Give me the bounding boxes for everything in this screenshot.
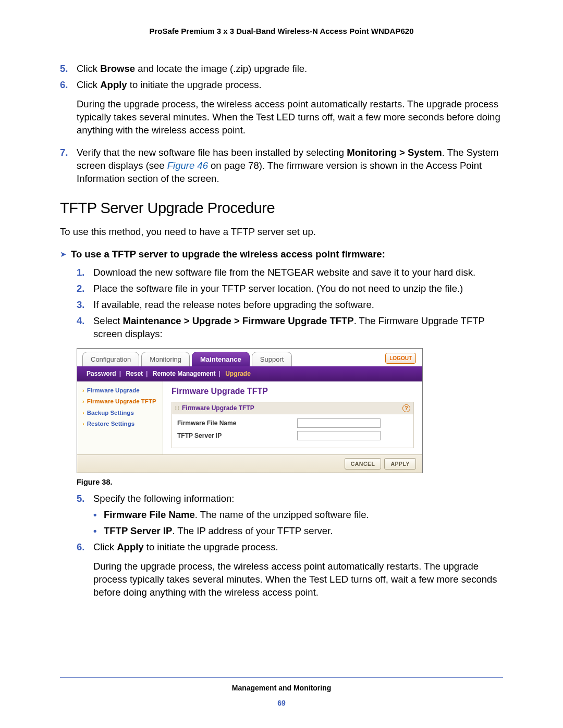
step-number: 3. [77, 299, 93, 312]
footer-section: Management and Monitoring [60, 683, 503, 693]
step-6: Click Apply to initiate the upgrade proc… [77, 79, 503, 143]
step-b1: Download the new software file from the … [93, 266, 503, 279]
step-number: 1. [77, 266, 93, 279]
step-b5: Specify the following information: [93, 492, 503, 505]
page-number: 69 [277, 699, 286, 707]
subnav-remote-management[interactable]: Remote Management [153, 370, 216, 377]
page-footer: Management and Monitoring 69 [60, 677, 503, 709]
step-7: Verify that the new software file has be… [77, 146, 503, 186]
sub-nav: Password| Reset| Remote Management| Upgr… [77, 366, 422, 381]
sidebar-item-restore-settings[interactable]: ›Restore Settings [82, 420, 157, 428]
tab-configuration[interactable]: Configuration [82, 352, 139, 367]
figure-caption: Figure 38. [77, 477, 503, 488]
bullet-icon: • [93, 509, 104, 522]
bullet-icon: • [93, 525, 104, 538]
step-number: 5. [60, 63, 77, 76]
step-number: 6. [60, 79, 77, 143]
sidebar: ›Firmware Upgrade ›Firmware Upgrade TFTP… [77, 381, 163, 454]
apply-button[interactable]: APPLY [384, 458, 416, 470]
chevron-right-icon: › [82, 398, 84, 405]
chevron-right-icon: › [82, 387, 84, 394]
cancel-button[interactable]: CANCEL [345, 458, 382, 470]
lead-text: To use this method, you need to have a T… [60, 226, 503, 239]
pane-header: ∷ Firmware Upgrade TFTP ? [172, 402, 414, 414]
step-b4: Select Maintenance > Upgrade > Firmware … [93, 315, 503, 341]
tftp-server-ip-input[interactable] [297, 431, 381, 440]
firmware-file-name-input[interactable] [297, 418, 381, 428]
triangle-icon: ➤ [60, 249, 67, 260]
tab-maintenance[interactable]: Maintenance [192, 352, 250, 367]
step-b2: Place the software file in your TFTP ser… [93, 282, 503, 295]
logout-button[interactable]: LOGOUT [385, 353, 416, 364]
step-5: Click Browse and locate the image (.zip)… [77, 63, 503, 76]
content-title: Firmware Upgrade TFTP [172, 386, 414, 397]
step-number: 4. [77, 315, 93, 341]
subnav-upgrade[interactable]: Upgrade [225, 370, 251, 377]
tab-monitoring[interactable]: Monitoring [141, 352, 190, 367]
help-icon[interactable]: ? [402, 404, 410, 412]
sidebar-item-firmware-upgrade[interactable]: ›Firmware Upgrade [82, 387, 157, 395]
chevron-right-icon: › [82, 420, 84, 428]
label-firmware-file-name: Firmware File Name [177, 419, 297, 427]
figure-38-screenshot: Configuration Monitoring Maintenance Sup… [77, 348, 503, 473]
label-tftp-server-ip: TFTP Server IP [177, 431, 297, 440]
chevron-right-icon: › [82, 409, 84, 417]
task-heading: ➤ To use a TFTP server to upgrade the wi… [60, 248, 503, 261]
grip-icon: ∷ [175, 404, 179, 412]
step-number: 6. [77, 541, 93, 606]
bullet-tftp-server-ip: • TFTP Server IP. The IP address of your… [77, 525, 503, 538]
sidebar-item-firmware-upgrade-tftp[interactable]: ›Firmware Upgrade TFTP [82, 398, 157, 406]
subnav-reset[interactable]: Reset [126, 370, 143, 377]
sidebar-item-backup-settings[interactable]: ›Backup Settings [82, 409, 157, 417]
figure-link[interactable]: Figure 46 [167, 160, 208, 171]
step-b6: Click Apply to initiate the upgrade proc… [93, 541, 503, 606]
subnav-password[interactable]: Password [87, 370, 116, 377]
step-number: 5. [77, 492, 93, 505]
step-number: 2. [77, 282, 93, 295]
section-heading: TFTP Server Upgrade Procedure [60, 198, 503, 218]
doc-header: ProSafe Premium 3 x 3 Dual-Band Wireless… [60, 26, 503, 36]
tab-support[interactable]: Support [252, 352, 292, 367]
step-number: 7. [60, 146, 77, 186]
bullet-firmware-file-name: • Firmware File Name. The name of the un… [77, 509, 503, 522]
step-b3: If available, read the release notes bef… [93, 299, 503, 312]
